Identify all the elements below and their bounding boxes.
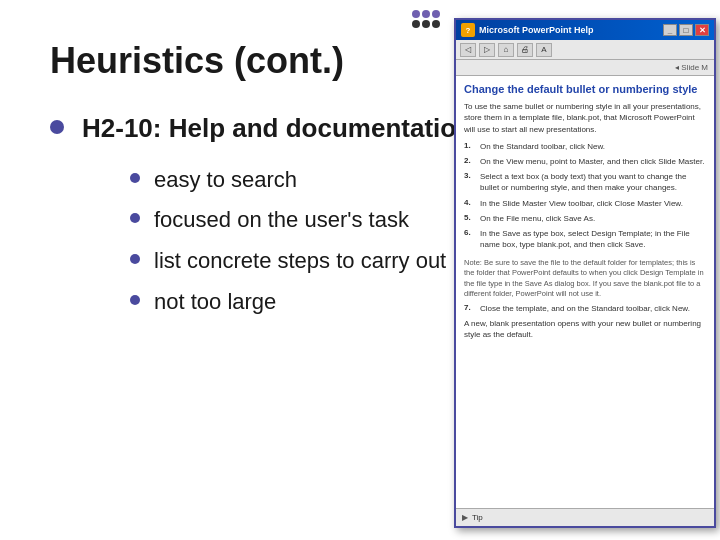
sub-bullet-text-2: focused on the user's task — [154, 206, 409, 235]
back-button[interactable]: ◁ — [460, 43, 476, 57]
restore-button[interactable]: □ — [679, 24, 693, 36]
help-step-6: 6. In the Save as type box, select Desig… — [464, 228, 706, 250]
window-controls[interactable]: _ □ ✕ — [663, 24, 709, 36]
text-size-button[interactable]: A — [536, 43, 552, 57]
sub-bullet-dot-4 — [130, 295, 140, 305]
step-number-2: 2. — [464, 156, 476, 165]
step-number-4: 4. — [464, 198, 476, 207]
sub-bullet-dot-3 — [130, 254, 140, 264]
bullet-dot-main — [50, 120, 64, 134]
step-text-6: In the Save as type box, select Design T… — [480, 228, 706, 250]
help-app-icon: ? — [461, 23, 475, 37]
help-ending: A new, blank presentation opens with you… — [464, 318, 706, 340]
step-number-1: 1. — [464, 141, 476, 150]
step-number-7: 7. — [464, 303, 476, 312]
sub-bullet-text-4: not too large — [154, 288, 276, 317]
sub-bullet-dot-1 — [130, 173, 140, 183]
help-window-title: Microsoft PowerPoint Help — [479, 25, 594, 35]
step-number-6: 6. — [464, 228, 476, 237]
help-step-1: 1. On the Standard toolbar, click New. — [464, 141, 706, 152]
help-step-4: 4. In the Slide Master View toolbar, cli… — [464, 198, 706, 209]
step-text-3: Select a text box (a body text) that you… — [480, 171, 706, 193]
step-text-7: Close the template, and on the Standard … — [480, 303, 706, 314]
help-window: ? Microsoft PowerPoint Help _ □ ✕ ◁ ▷ ⌂ … — [454, 18, 716, 528]
help-content: Change the default bullet or numbering s… — [456, 76, 714, 508]
home-button[interactable]: ⌂ — [498, 43, 514, 57]
help-step-3: 3. Select a text box (a body text) that … — [464, 171, 706, 193]
sub-bullet-dot-2 — [130, 213, 140, 223]
forward-button[interactable]: ▷ — [479, 43, 495, 57]
tip-arrow-icon: ▶ — [462, 513, 468, 522]
print-button[interactable]: 🖨 — [517, 43, 533, 57]
help-step-2: 2. On the View menu, point to Master, an… — [464, 156, 706, 167]
step-number-3: 3. — [464, 171, 476, 180]
minimize-button[interactable]: _ — [663, 24, 677, 36]
help-intro: To use the same bullet or numbering styl… — [464, 101, 706, 135]
help-step-7: 7. Close the template, and on the Standa… — [464, 303, 706, 314]
titlebar-left: ? Microsoft PowerPoint Help — [461, 23, 594, 37]
help-footer: ▶ Tip — [456, 508, 714, 526]
help-search-bar: ◂ Slide M — [456, 60, 714, 76]
slide-label: ◂ Slide M — [675, 63, 708, 72]
step-text-2: On the View menu, point to Master, and t… — [480, 156, 706, 167]
sub-bullet-text-1: easy to search — [154, 166, 297, 195]
step-text-5: On the File menu, click Save As. — [480, 213, 706, 224]
decorative-dots — [412, 10, 440, 28]
help-toolbar: ◁ ▷ ⌂ 🖨 A — [456, 40, 714, 60]
help-titlebar: ? Microsoft PowerPoint Help _ □ ✕ — [456, 20, 714, 40]
help-step-5: 5. On the File menu, click Save As. — [464, 213, 706, 224]
main-bullet-text: H2-10: Help and documentation — [82, 112, 472, 146]
step-number-5: 5. — [464, 213, 476, 222]
step-text-4: In the Slide Master View toolbar, click … — [480, 198, 706, 209]
close-button[interactable]: ✕ — [695, 24, 709, 36]
help-note: Note: Be sure to save the file to the de… — [464, 258, 706, 299]
sub-bullet-text-3: list concrete steps to carry out — [154, 247, 446, 276]
footer-tip-label: Tip — [472, 513, 483, 522]
step-text-1: On the Standard toolbar, click New. — [480, 141, 706, 152]
help-article-title: Change the default bullet or numbering s… — [464, 82, 706, 96]
